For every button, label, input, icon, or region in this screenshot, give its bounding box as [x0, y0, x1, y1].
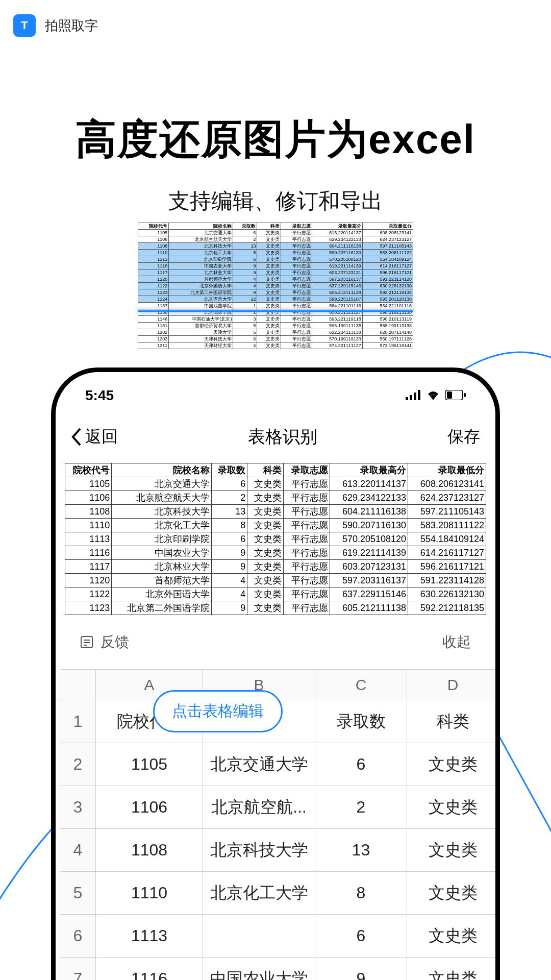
scan-line	[138, 310, 413, 312]
app-name: 拍照取字	[45, 17, 98, 35]
scan-preview: 院校代号院校名称录取数科类录取志愿录取最高分录取最低分1105北京交通大学6文史…	[138, 223, 413, 349]
status-time: 5:45	[85, 387, 114, 404]
status-bar: 5:45	[60, 382, 491, 416]
feedback-bar: 反馈 收起	[60, 615, 491, 669]
hero: 高度还原图片为excel 支持编辑、修订和导出	[0, 112, 551, 215]
battery-icon	[445, 387, 466, 404]
feedback-icon	[80, 635, 93, 649]
back-label: 返回	[85, 426, 118, 448]
svg-rect-1	[410, 395, 412, 400]
chevron-left-icon	[71, 428, 82, 446]
hero-title: 高度还原图片为excel	[0, 112, 551, 167]
signal-icon	[406, 387, 421, 404]
svg-rect-0	[406, 397, 408, 400]
nav-bar: 返回 表格识别 保存	[60, 416, 491, 463]
page-title: 表格识别	[248, 425, 317, 449]
app-icon: T	[13, 14, 36, 37]
hero-subtitle: 支持编辑、修订和导出	[0, 187, 551, 215]
recognized-table: 院校代号院校名称录取数科类录取志愿录取最高分录取最低分1105北京交通大学6文史…	[65, 463, 486, 615]
phone-mockup: 5:45 返回 表格识别 保存 院校代号院校名称录取数科	[51, 368, 500, 980]
feedback-label: 反馈	[101, 632, 129, 652]
app-header: T 拍照取字	[0, 0, 551, 51]
svg-rect-5	[447, 391, 452, 399]
svg-rect-6	[464, 393, 466, 397]
wifi-icon	[426, 387, 440, 404]
collapse-button[interactable]: 收起	[442, 632, 471, 652]
back-button[interactable]: 返回	[71, 426, 118, 448]
svg-rect-2	[414, 393, 416, 400]
edit-tip-bubble: 点击表格编辑	[153, 690, 283, 732]
save-button[interactable]: 保存	[447, 426, 480, 448]
feedback-button[interactable]: 反馈	[80, 632, 129, 652]
svg-rect-3	[418, 390, 420, 400]
